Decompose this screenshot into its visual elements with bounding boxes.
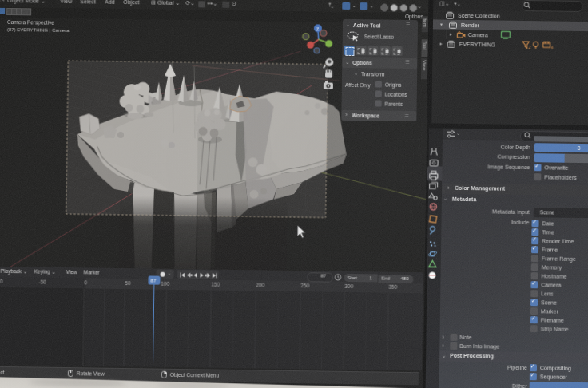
svg-text:2: 2 <box>529 45 531 49</box>
svg-text:4: 4 <box>551 45 554 49</box>
